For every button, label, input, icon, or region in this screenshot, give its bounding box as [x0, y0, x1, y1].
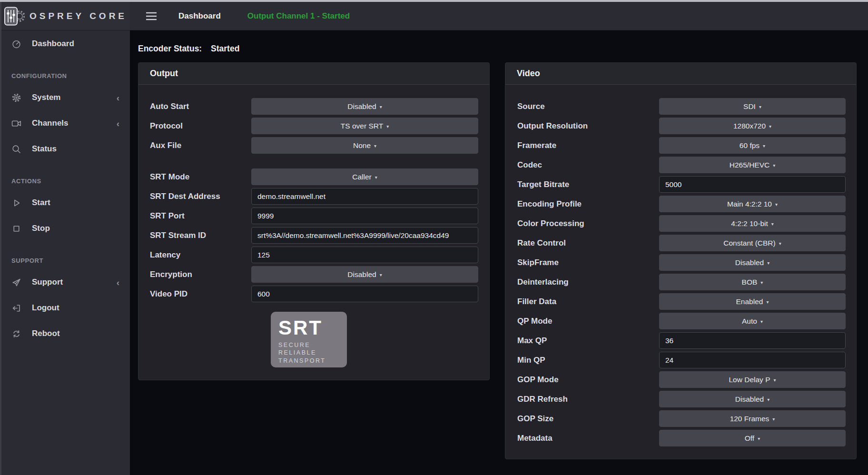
caret-down-icon: ▾: [769, 124, 771, 129]
protocol-select[interactable]: TS over SRT▾: [251, 118, 478, 134]
latency-input[interactable]: [251, 247, 478, 263]
field-row-min-qp: Min QP: [517, 352, 846, 368]
sidebar-item-logout[interactable]: Logout: [0, 297, 130, 319]
metadata-select[interactable]: Off▾: [659, 430, 846, 446]
sidebar: DashboardCONFIGURATIONSystem‹Channels‹St…: [0, 30, 130, 475]
rate-control-select[interactable]: Constant (CBR)▾: [659, 235, 846, 251]
filler-data-select[interactable]: Enabled▾: [659, 293, 846, 310]
caret-down-icon: ▾: [386, 124, 389, 129]
srt-dest-address-input[interactable]: [251, 188, 478, 205]
caret-down-icon: ▾: [374, 143, 376, 148]
caret-down-icon: ▾: [773, 377, 776, 383]
output-resolution-label: Output Resolution: [517, 121, 588, 131]
caret-down-icon: ▾: [760, 319, 763, 324]
source-label: Source: [517, 102, 545, 111]
srt-mode-select[interactable]: Caller▾: [251, 168, 478, 185]
field-row-srt-dest-address: SRT Dest Address: [150, 188, 478, 205]
field-row-output-resolution: Output Resolution1280x720▾: [517, 118, 846, 134]
play-icon: [11, 198, 21, 208]
min-qp-input[interactable]: [659, 352, 846, 368]
auto-start-value: Disabled: [347, 102, 376, 111]
field-row-srt-port: SRT Port: [150, 208, 478, 224]
deinterlacing-label: Deinterlacing: [517, 277, 569, 287]
sidebar-item-label: Status: [32, 144, 57, 154]
source-select[interactable]: SDI▾: [659, 98, 846, 115]
skipframe-label: SkipFrame: [517, 258, 559, 267]
gop-mode-select[interactable]: Low Delay P▾: [659, 371, 846, 388]
encoding-profile-select[interactable]: Main 4:2:2 10▾: [659, 196, 846, 212]
encoding-profile-value: Main 4:2:2 10: [727, 200, 772, 208]
caret-down-icon: ▾: [763, 143, 765, 148]
srt-port-label: SRT Port: [150, 211, 185, 221]
dashboard-icon: [11, 39, 21, 49]
encryption-select[interactable]: Disabled▾: [251, 266, 478, 283]
auto-start-select[interactable]: Disabled▾: [251, 98, 478, 115]
rate-control-label: Rate Control: [517, 238, 566, 248]
sidebar-item-stop[interactable]: Stop: [0, 217, 130, 240]
qp-mode-value: Auto: [742, 317, 757, 326]
srt-mode-label: SRT Mode: [150, 172, 189, 182]
brand-text: OSPREY CORE: [30, 11, 127, 21]
framerate-label: Framerate: [517, 141, 556, 150]
field-row-deinterlacing: DeinterlacingBOB▾: [517, 274, 846, 290]
codec-select[interactable]: H265/HEVC▾: [659, 157, 846, 173]
hamburger-menu-icon[interactable]: [145, 11, 158, 21]
topnav-channel-status[interactable]: Output Channel 1 - Started: [247, 11, 350, 21]
srt-port-input[interactable]: [251, 208, 478, 224]
field-row-gop-size: GOP Size120 Frames▾: [517, 410, 846, 427]
color-processing-value: 4:2:2 10-bit: [731, 219, 768, 228]
max-qp-input[interactable]: [659, 332, 846, 349]
sidebar-item-channels[interactable]: Channels‹: [0, 112, 130, 135]
sidebar-item-system[interactable]: System‹: [0, 86, 130, 109]
caret-down-icon: ▾: [779, 241, 781, 246]
gdr-refresh-select[interactable]: Disabled▾: [659, 391, 846, 407]
field-row-color-processing: Color Processing4:2:2 10-bit▾: [517, 215, 846, 232]
sidebar-item-support[interactable]: Support‹: [0, 271, 130, 294]
skipframe-select[interactable]: Disabled▾: [659, 254, 846, 271]
gear-icon: [11, 93, 21, 103]
send-icon: [11, 277, 21, 287]
topnav-dashboard[interactable]: Dashboard: [178, 11, 221, 21]
qp-mode-label: QP Mode: [517, 317, 552, 326]
output-resolution-select[interactable]: 1280x720▾: [659, 118, 846, 134]
field-row-target-bitrate: Target Bitrate: [517, 176, 846, 193]
chevron-left-icon: ‹: [117, 93, 119, 102]
encoder-status-label: Encoder Status:: [138, 44, 202, 53]
video-pid-label: Video PID: [150, 289, 187, 299]
video-panel-title: Video: [505, 63, 856, 85]
color-processing-select[interactable]: 4:2:2 10-bit▾: [659, 215, 846, 232]
field-row-max-qp: Max QP: [517, 332, 846, 349]
sidebar-item-dashboard[interactable]: Dashboard: [0, 32, 130, 55]
framerate-select[interactable]: 60 fps▾: [659, 137, 846, 154]
encoding-profile-label: Encoding Profile: [517, 199, 582, 209]
field-row-gdr-refresh: GDR RefreshDisabled▾: [517, 391, 846, 407]
auto-start-label: Auto Start: [150, 102, 189, 111]
field-row-qp-mode: QP ModeAuto▾: [517, 313, 846, 329]
min-qp-label: Min QP: [517, 356, 545, 365]
qp-mode-select[interactable]: Auto▾: [659, 313, 846, 329]
srt-stream-id-input[interactable]: [251, 227, 478, 244]
srt-dest-address-label: SRT Dest Address: [150, 192, 220, 201]
sidebar-item-status[interactable]: Status: [0, 138, 130, 160]
sidebar-item-label: System: [32, 93, 60, 102]
search-icon: [11, 144, 21, 154]
video-camera-icon: [11, 119, 21, 129]
field-row-framerate: Framerate60 fps▾: [517, 137, 846, 154]
aux-file-select[interactable]: None▾: [251, 137, 478, 154]
field-row-filler-data: Filler DataEnabled▾: [517, 293, 846, 310]
caret-down-icon: ▾: [758, 436, 760, 441]
field-row-srt-mode: SRT ModeCaller▾: [150, 168, 478, 185]
output-resolution-value: 1280x720: [733, 122, 766, 130]
sidebar-item-label: Logout: [32, 303, 59, 313]
sidebar-item-reboot[interactable]: Reboot: [0, 322, 130, 345]
caret-down-icon: ▾: [767, 260, 769, 266]
sidebar-item-start[interactable]: Start: [0, 191, 130, 214]
deinterlacing-select[interactable]: BOB▾: [659, 274, 846, 290]
gop-size-label: GOP Size: [517, 414, 553, 424]
video-pid-input[interactable]: [251, 286, 478, 302]
field-row-encoding-profile: Encoding ProfileMain 4:2:2 10▾: [517, 196, 846, 212]
codec-value: H265/HEVC: [730, 161, 769, 169]
encryption-value: Disabled: [347, 270, 376, 279]
gop-size-select[interactable]: 120 Frames▾: [659, 410, 846, 427]
target-bitrate-input[interactable]: [659, 176, 846, 193]
